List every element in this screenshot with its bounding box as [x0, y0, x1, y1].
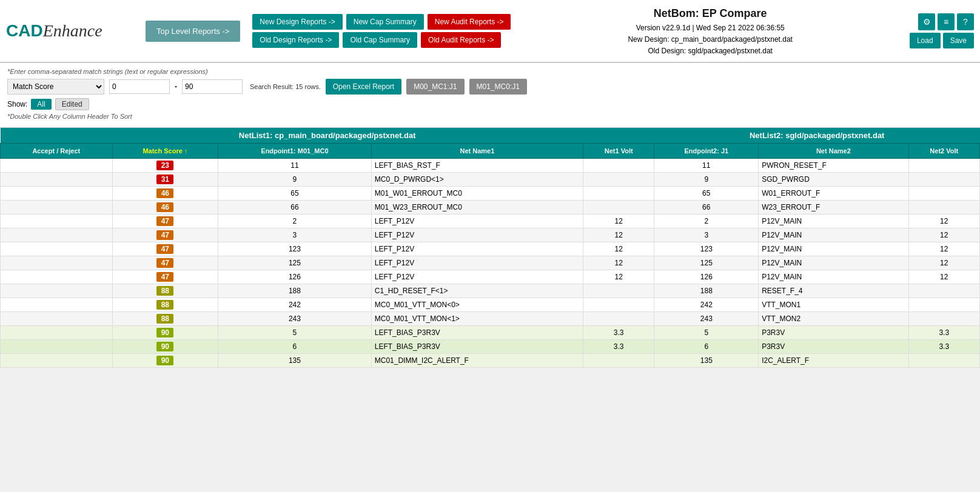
cell-net-name2: P12V_MAIN — [759, 256, 908, 270]
filter-type-select[interactable]: Match Score — [7, 79, 104, 95]
table-row: 47 3 LEFT_P12V 12 3 P12V_MAIN 12 — [1, 228, 980, 242]
score-badge: 47 — [156, 230, 173, 240]
cell-net-name1: LEFT_BIAS_RST_F — [371, 159, 583, 173]
score-badge: 23 — [156, 161, 173, 170]
filter-to-input[interactable] — [182, 79, 243, 94]
save-button[interactable]: Save — [943, 33, 974, 48]
filter-dash: - — [175, 82, 177, 91]
score-badge: 88 — [156, 286, 173, 296]
cell-accept-reject[interactable] — [1, 256, 113, 270]
col-match-score[interactable]: Match Score ↑ — [112, 144, 218, 159]
cell-endpoint2: 188 — [654, 284, 759, 298]
new-design-reports-button[interactable]: New Design Reports -> — [252, 14, 342, 30]
cell-net-name2: P12V_MAIN — [759, 214, 908, 228]
show-label: Show: — [7, 100, 27, 108]
m00-mc1-button[interactable]: M00_MC1:J1 — [406, 79, 464, 95]
cell-net-name1: LEFT_BIAS_P3R3V — [371, 326, 583, 340]
show-edited-button[interactable]: Edited — [55, 98, 89, 110]
cell-endpoint1: 65 — [218, 187, 372, 201]
cell-endpoint2: 11 — [654, 159, 759, 173]
score-badge: 47 — [156, 216, 173, 226]
cell-net1-volt — [583, 298, 654, 312]
col-net-name1[interactable]: Net Name1 — [371, 144, 583, 159]
help-icon-button[interactable]: ? — [957, 13, 974, 30]
cell-accept-reject[interactable] — [1, 270, 113, 284]
cell-accept-reject[interactable] — [1, 159, 113, 173]
cell-accept-reject[interactable] — [1, 214, 113, 228]
cell-net1-volt: 12 — [583, 242, 654, 256]
old-audit-reports-button[interactable]: Old Audit Reports -> — [421, 32, 501, 48]
cell-net-name1: MC0_D_PWRGD<1> — [371, 173, 583, 187]
cell-score: 47 — [112, 214, 218, 228]
app-logo: CADEnhance — [6, 21, 139, 41]
show-all-button[interactable]: All — [31, 99, 51, 110]
data-table: NetList1: cp_main_board/packaged/pstxnet… — [0, 128, 980, 368]
cell-score: 47 — [112, 256, 218, 270]
cell-accept-reject[interactable] — [1, 298, 113, 312]
cell-net2-volt: 12 — [908, 242, 979, 256]
m01-mc0-button[interactable]: M01_MC0:J1 — [469, 79, 527, 95]
cell-accept-reject[interactable] — [1, 354, 113, 368]
cell-net1-volt: 3.3 — [583, 340, 654, 354]
col-net1-volt[interactable]: Net1 Volt — [583, 144, 654, 159]
gear-icon-button[interactable]: ⚙ — [918, 13, 935, 30]
list-icon-button[interactable]: ≡ — [938, 13, 955, 30]
cell-endpoint2: 65 — [654, 187, 759, 201]
col-endpoint1[interactable]: Endpoint1: M01_MC0 — [218, 144, 372, 159]
cell-accept-reject[interactable] — [1, 326, 113, 340]
new-cap-summary-button[interactable]: New Cap Summary — [346, 14, 424, 30]
filter-hint: *Enter comma-separated match strings (te… — [7, 68, 973, 75]
col-net-name2[interactable]: Net Name2 — [759, 144, 908, 159]
cell-net2-volt — [908, 187, 979, 201]
filter-from-input[interactable] — [109, 79, 170, 94]
col-net2-volt[interactable]: Net2 Volt — [908, 144, 979, 159]
cell-endpoint2: 123 — [654, 242, 759, 256]
group-header-row: NetList1: cp_main_board/packaged/pstxnet… — [1, 128, 980, 144]
cell-accept-reject[interactable] — [1, 173, 113, 187]
cell-accept-reject[interactable] — [1, 201, 113, 214]
new-audit-reports-button[interactable]: New Audit Reports -> — [428, 14, 511, 30]
cell-score: 88 — [112, 312, 218, 326]
score-badge: 47 — [156, 258, 173, 268]
cell-net-name1: LEFT_P12V — [371, 228, 583, 242]
cell-accept-reject[interactable] — [1, 242, 113, 256]
cell-endpoint1: 3 — [218, 228, 372, 242]
cell-accept-reject[interactable] — [1, 187, 113, 201]
netlist1-group-header: NetList1: cp_main_board/packaged/pstxnet… — [1, 128, 654, 144]
cell-net1-volt — [583, 187, 654, 201]
cell-accept-reject[interactable] — [1, 312, 113, 326]
cell-endpoint1: 11 — [218, 159, 372, 173]
cell-net-name1: LEFT_P12V — [371, 242, 583, 256]
cell-endpoint1: 135 — [218, 354, 372, 368]
cell-net-name1: MC0_M01_VTT_MON<0> — [371, 298, 583, 312]
nav-row-2: Old Design Reports -> Old Cap Summary Ol… — [252, 32, 511, 48]
old-cap-summary-button[interactable]: Old Cap Summary — [343, 32, 417, 48]
old-design-reports-button[interactable]: Old Design Reports -> — [252, 32, 339, 48]
top-level-reports-button[interactable]: Top Level Reports -> — [146, 21, 240, 42]
score-badge: 46 — [156, 188, 173, 198]
score-badge: 88 — [156, 300, 173, 310]
cell-net1-volt — [583, 312, 654, 326]
table-body: 23 11 LEFT_BIAS_RST_F 11 PWRON_RESET_F 3… — [1, 159, 980, 368]
open-excel-button[interactable]: Open Excel Report — [326, 79, 401, 95]
nav-buttons-group: New Design Reports -> New Cap Summary Ne… — [252, 14, 511, 48]
cell-endpoint1: 9 — [218, 173, 372, 187]
cell-net1-volt — [583, 173, 654, 187]
table-row: 46 65 M01_W01_ERROUT_MC0 65 W01_ERROUT_F — [1, 187, 980, 201]
col-accept-reject[interactable]: Accept / Reject — [1, 144, 113, 159]
cell-endpoint1: 5 — [218, 326, 372, 340]
load-button[interactable]: Load — [910, 33, 941, 48]
cell-accept-reject[interactable] — [1, 228, 113, 242]
new-design-path: New Design: cp_main_board/packaged/pstxn… — [517, 34, 903, 45]
cell-net-name2: RESET_F_4 — [759, 284, 908, 298]
col-endpoint2[interactable]: Endpoint2: J1 — [654, 144, 759, 159]
cell-accept-reject[interactable] — [1, 284, 113, 298]
cell-accept-reject[interactable] — [1, 340, 113, 354]
cell-score: 90 — [112, 340, 218, 354]
table-row: 90 6 LEFT_BIAS_P3R3V 3.3 6 P3R3V 3.3 — [1, 340, 980, 354]
cell-net2-volt: 12 — [908, 228, 979, 242]
cell-net2-volt: 12 — [908, 270, 979, 284]
cell-net1-volt: 12 — [583, 256, 654, 270]
app-info: NetBom: EP Compare Version v22.9.1d | We… — [517, 5, 903, 57]
cell-endpoint1: 242 — [218, 298, 372, 312]
